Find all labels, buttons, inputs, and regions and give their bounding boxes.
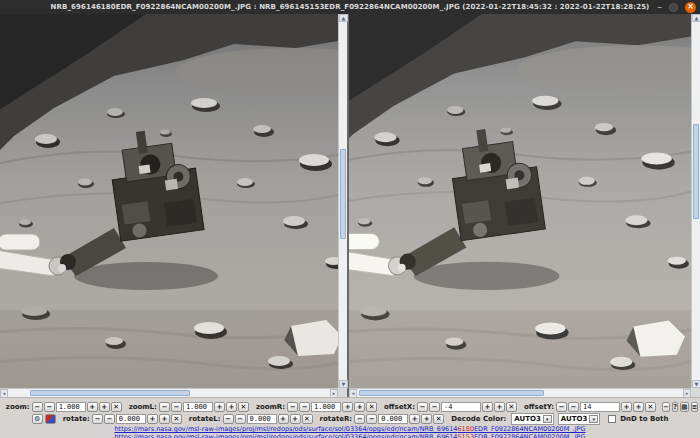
rotateL-reset-button[interactable]: ✕: [302, 414, 313, 424]
offsetY-decrement-button[interactable]: −: [568, 402, 579, 412]
scroll-down-icon[interactable]: ▼: [339, 380, 348, 388]
left-image-viewport[interactable]: [0, 14, 338, 388]
rotateR-increment-button[interactable]: +: [409, 414, 420, 424]
offsetX-decrement-button[interactable]: −: [429, 402, 440, 412]
offsetX-decrement-large-button[interactable]: −: [417, 402, 428, 412]
chevron-down-icon: ▾: [589, 415, 598, 423]
offsetX-increment-large-button[interactable]: +: [494, 402, 505, 412]
zoomL-decrement-large-button[interactable]: −: [159, 402, 170, 412]
decode-color-right-value: AUTO3: [561, 415, 587, 423]
zoomL-increment-large-button[interactable]: +: [226, 402, 237, 412]
offsetX-increment-button[interactable]: +: [482, 402, 493, 412]
zoomR-value-field[interactable]: [311, 402, 341, 412]
right-vscroll-thumb[interactable]: [693, 124, 699, 219]
collapse-panel-button[interactable]: −: [662, 402, 670, 412]
offsetY-value-field[interactable]: [580, 402, 620, 412]
mars-navcam-image-left[interactable]: [0, 14, 338, 388]
settings-button[interactable]: ⚙: [32, 414, 43, 424]
rotateR-label: rotateR:: [320, 415, 353, 423]
left-vscroll-thumb[interactable]: [340, 149, 346, 239]
window-title: NRB_696146180EDR_F0922864NCAM00200M_.JPG…: [51, 3, 650, 11]
title-bar[interactable]: NRB_696146180EDR_F0922864NCAM00200M_.JPG…: [0, 0, 700, 14]
right-vertical-scrollbar[interactable]: ▲ ▼: [691, 14, 700, 388]
left-vertical-scrollbar[interactable]: ▲ ▼: [338, 14, 347, 388]
rotateR-increment-large-button[interactable]: +: [421, 414, 432, 424]
mars-navcam-image-right[interactable]: [349, 14, 691, 388]
zoomL-label: zoomL:: [129, 403, 157, 411]
control-panel: ⇱ − zoom: − − + + ✕ zoomL: − − + + ✕: [0, 397, 700, 438]
scroll-up-icon[interactable]: ▲: [692, 14, 700, 22]
scroll-up-icon[interactable]: ▲: [339, 14, 348, 22]
zoomR-reset-button[interactable]: ✕: [366, 402, 377, 412]
offsetY-spinner: offsetY: − − + + ✕: [519, 402, 656, 412]
zoom-reset-button[interactable]: ✕: [111, 402, 122, 412]
help-button[interactable]: ?: [672, 402, 678, 412]
layout-rows-button[interactable]: ≡: [691, 402, 699, 412]
rotate-decrement-button[interactable]: −: [104, 414, 115, 424]
offsetX-reset-button[interactable]: ✕: [506, 402, 517, 412]
decode-color-right-select[interactable]: AUTO3 ▾: [558, 413, 600, 425]
rotate-increment-button[interactable]: +: [147, 414, 158, 424]
rotateL-value-field[interactable]: [247, 414, 277, 424]
zoomR-increment-button[interactable]: +: [342, 402, 353, 412]
rotate-decode-row: ⚙ rotate: − − + + ✕ rotateL: − − + + ✕: [0, 413, 700, 424]
zoom-increment-button[interactable]: +: [87, 402, 98, 412]
zoomR-decrement-button[interactable]: −: [299, 402, 310, 412]
zoom-offset-row: ⇱ − zoom: − − + + ✕ zoomL: − − + + ✕: [0, 401, 700, 412]
offsetY-reset-button[interactable]: ✕: [645, 402, 656, 412]
dnd-to-both-checkbox[interactable]: [608, 415, 616, 423]
offsetX-label: offsetX:: [384, 403, 415, 411]
zoom-decrement-large-button[interactable]: −: [32, 402, 43, 412]
rotateL-decrement-large-button[interactable]: −: [223, 414, 234, 424]
rotateL-spinner: rotateL: − − + + ✕: [184, 414, 313, 424]
left-horizontal-scrollbar[interactable]: ◂ ▸: [0, 388, 338, 397]
left-image-url-link[interactable]: https://mars.nasa.gov/msl-raw-images/pro…: [114, 425, 585, 432]
offsetX-value-field[interactable]: [441, 402, 481, 412]
zoomL-increment-button[interactable]: +: [214, 402, 225, 412]
right-image-viewport[interactable]: [349, 14, 691, 388]
layout-grid-button[interactable]: ▦: [680, 402, 689, 412]
right-hscroll-thumb[interactable]: [359, 390, 544, 396]
rotate-value-field[interactable]: [116, 414, 146, 424]
dnd-to-both-label: DnD to Both: [620, 415, 668, 423]
rotateL-increment-large-button[interactable]: +: [290, 414, 301, 424]
rotateR-value-field[interactable]: [378, 414, 408, 424]
right-horizontal-scrollbar[interactable]: ◂ ▸: [349, 388, 691, 397]
rotateR-reset-button[interactable]: ✕: [433, 414, 444, 424]
color-swap-icon[interactable]: [45, 414, 56, 424]
zoomL-value-field[interactable]: [183, 402, 213, 412]
maximize-button[interactable]: [669, 3, 678, 12]
left-image-pane: ▲ ▼ ◂ ▸: [0, 14, 347, 397]
rotate-increment-large-button[interactable]: +: [159, 414, 170, 424]
minimize-button[interactable]: –: [658, 3, 663, 12]
offsetY-increment-large-button[interactable]: +: [633, 402, 644, 412]
offsetY-decrement-large-button[interactable]: −: [556, 402, 567, 412]
left-image-link-row: https://mars.nasa.gov/msl-raw-images/pro…: [0, 425, 700, 432]
rotateR-decrement-button[interactable]: −: [366, 414, 377, 424]
decode-color-left-select[interactable]: AUTO3 ▾: [511, 413, 553, 425]
close-button[interactable]: ×: [685, 2, 696, 13]
zoomL-reset-button[interactable]: ✕: [238, 402, 249, 412]
zoomR-increment-large-button[interactable]: +: [354, 402, 365, 412]
decode-color-label: Decode Color:: [451, 415, 506, 423]
offsetY-increment-button[interactable]: +: [621, 402, 632, 412]
scroll-down-icon[interactable]: ▼: [692, 380, 700, 388]
right-image-url-link[interactable]: https://mars.nasa.gov/msl-raw-images/pro…: [114, 433, 585, 438]
rows-icon: ≡: [692, 403, 698, 411]
zoom-value-field[interactable]: [56, 402, 86, 412]
offsetY-label: offsetY:: [524, 403, 554, 411]
rotate-decrement-large-button[interactable]: −: [92, 414, 103, 424]
zoomR-spinner: zoomR: − − + + ✕: [251, 402, 377, 412]
help-icon: ?: [673, 403, 677, 411]
zoom-increment-large-button[interactable]: +: [99, 402, 110, 412]
rotateR-decrement-large-button[interactable]: −: [354, 414, 365, 424]
offsetX-spinner: offsetX: − − + + ✕: [379, 402, 517, 412]
rotate-reset-button[interactable]: ✕: [171, 414, 182, 424]
zoom-decrement-button[interactable]: −: [44, 402, 55, 412]
rotateL-increment-button[interactable]: +: [278, 414, 289, 424]
zoomR-decrement-large-button[interactable]: −: [287, 402, 298, 412]
zoomL-decrement-button[interactable]: −: [171, 402, 182, 412]
rotateL-decrement-button[interactable]: −: [235, 414, 246, 424]
left-hscroll-thumb[interactable]: [30, 390, 190, 396]
url-diff-highlight: 6180: [457, 425, 474, 433]
